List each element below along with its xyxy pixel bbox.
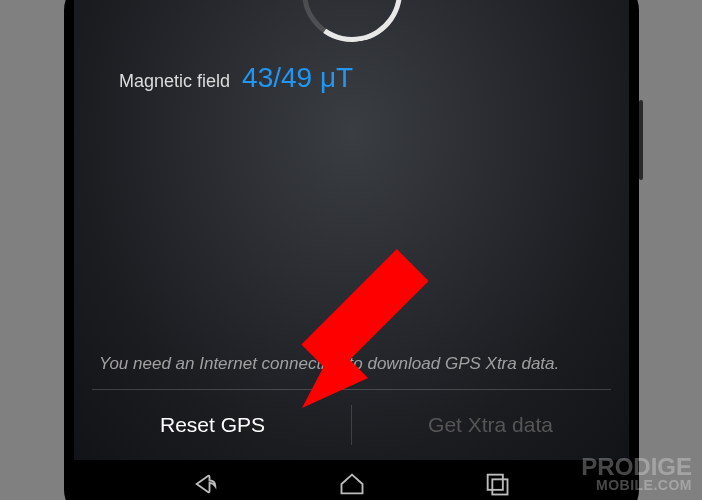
- gauge-track: [302, 0, 402, 42]
- back-icon[interactable]: [192, 470, 220, 498]
- watermark: PRODIGE MOBILE.COM: [581, 456, 692, 492]
- recent-apps-icon[interactable]: [483, 470, 511, 498]
- svg-rect-0: [488, 475, 503, 490]
- phone-frame: Magnetic field 43/49 μT You need an Inte…: [64, 0, 639, 500]
- watermark-line1: PRODIGE: [581, 456, 692, 479]
- svg-rect-1: [493, 479, 508, 494]
- compass-gauge: [302, 0, 402, 42]
- watermark-line2: MOBILE.COM: [581, 479, 692, 492]
- info-message: You need an Internet connection to downl…: [99, 353, 604, 375]
- reset-gps-button[interactable]: Reset GPS: [74, 390, 351, 460]
- get-xtra-data-button[interactable]: Get Xtra data: [352, 390, 629, 460]
- magnetic-field-value: 43/49 μT: [242, 62, 353, 94]
- bottom-button-row: Reset GPS Get Xtra data: [74, 390, 629, 460]
- home-icon[interactable]: [338, 470, 366, 498]
- magnetic-field-row: Magnetic field 43/49 μT: [119, 62, 353, 94]
- android-navbar: [74, 460, 629, 500]
- gauge-indicator: [294, 0, 410, 50]
- app-screen: Magnetic field 43/49 μT You need an Inte…: [74, 0, 629, 460]
- phone-side-button: [639, 100, 643, 180]
- magnetic-field-label: Magnetic field: [119, 71, 230, 92]
